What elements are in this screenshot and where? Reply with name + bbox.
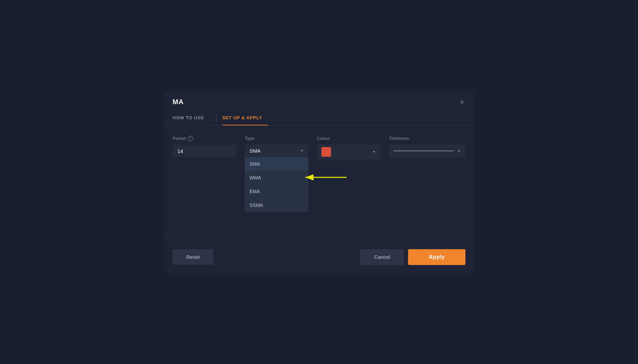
arrow-svg (302, 172, 350, 183)
type-dropdown-menu: SMA WMA EMA SSMA (245, 157, 309, 212)
modal-title: MA (173, 98, 184, 106)
tab-bar: HOW TO USE SET UP & APPLY (164, 111, 474, 125)
tab-how-to-use[interactable]: HOW TO USE (173, 111, 210, 125)
close-button[interactable]: × (459, 97, 465, 107)
tab-divider (217, 114, 217, 122)
thickness-label: Thickness (389, 136, 465, 141)
type-option-ema[interactable]: EMA (245, 185, 309, 198)
type-label: Type (245, 136, 309, 141)
type-select[interactable]: SMA ▼ (245, 144, 309, 157)
thickness-group: Thickness ▼ (389, 136, 465, 158)
tab-set-up-apply[interactable]: SET UP & APPLY (222, 111, 268, 125)
modal-container: MA × HOW TO USE SET UP & APPLY Period ? (164, 91, 474, 273)
thickness-dropdown-arrow: ▼ (457, 149, 461, 153)
colour-label: Colour (317, 136, 381, 141)
period-input[interactable] (173, 145, 236, 157)
type-option-wma[interactable]: WMA (245, 171, 309, 185)
period-help-icon[interactable]: ? (188, 136, 193, 141)
type-option-ssma[interactable]: SSMA (245, 198, 309, 212)
type-dropdown-arrow: ▼ (300, 149, 304, 153)
arrow-annotation (302, 172, 350, 183)
period-label: Period ? (173, 136, 236, 141)
type-group: Type SMA ▼ SMA WMA EMA SSMA (245, 136, 309, 157)
modal-body: Period ? Type SMA ▼ SMA WMA EMA (164, 125, 474, 236)
colour-dropdown-arrow: ▼ (372, 150, 376, 154)
cancel-button[interactable]: Cancel (360, 249, 404, 265)
footer-right-buttons: Cancel Apply (360, 249, 465, 265)
footer-divider (164, 236, 474, 237)
thickness-line-preview (394, 151, 454, 151)
form-row: Period ? Type SMA ▼ SMA WMA EMA (173, 136, 465, 159)
colour-swatch (321, 147, 331, 157)
reset-button[interactable]: Reset (173, 249, 213, 265)
modal-footer: Reset Cancel Apply (164, 244, 474, 273)
apply-button[interactable]: Apply (408, 249, 465, 265)
colour-group: Colour ▼ (317, 136, 381, 159)
type-selected-value: SMA (250, 148, 261, 154)
modal-header: MA × (164, 91, 474, 107)
period-group: Period ? (173, 136, 236, 157)
thickness-select[interactable]: ▼ (389, 144, 465, 158)
colour-select[interactable]: ▼ (317, 144, 381, 159)
type-option-sma[interactable]: SMA (245, 157, 309, 171)
